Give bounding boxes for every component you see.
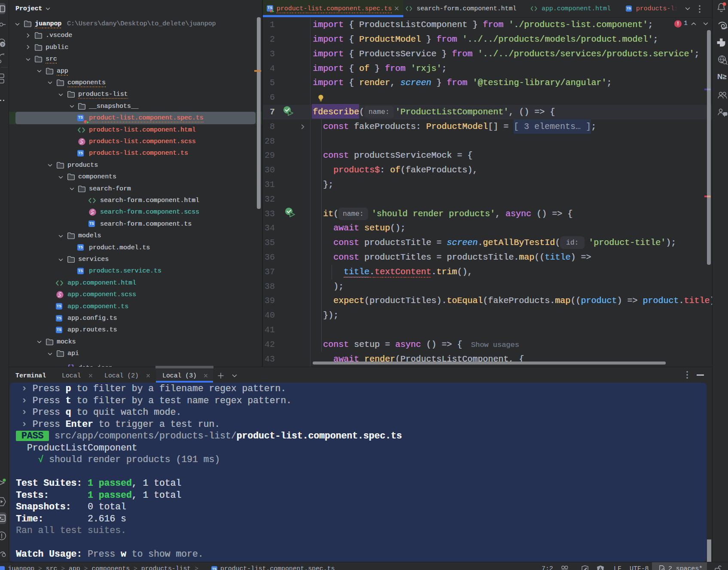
svg-text:?: ?: [1, 42, 4, 47]
